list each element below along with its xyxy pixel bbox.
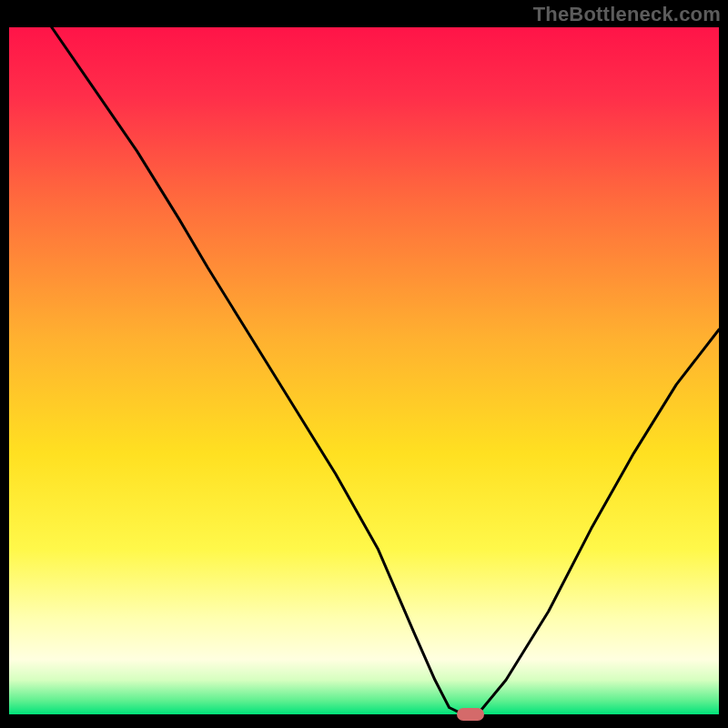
watermark-text: TheBottleneck.com — [533, 3, 721, 26]
gradient-panel — [9, 27, 719, 714]
bottleneck-chart — [9, 27, 719, 714]
optimal-marker — [457, 708, 484, 721]
chart-stage: TheBottleneck.com — [0, 0, 728, 728]
